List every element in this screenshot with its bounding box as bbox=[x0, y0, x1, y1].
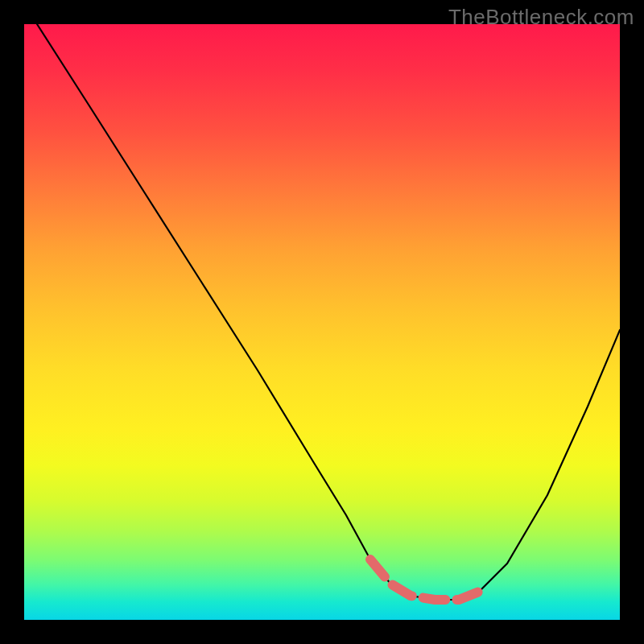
pink-segment bbox=[370, 559, 479, 600]
curve-svg bbox=[24, 24, 620, 620]
bottleneck-curve bbox=[37, 24, 620, 600]
plot-area bbox=[24, 24, 620, 620]
watermark-text: TheBottleneck.com bbox=[448, 5, 634, 30]
chart-frame: TheBottleneck.com bbox=[0, 0, 644, 644]
